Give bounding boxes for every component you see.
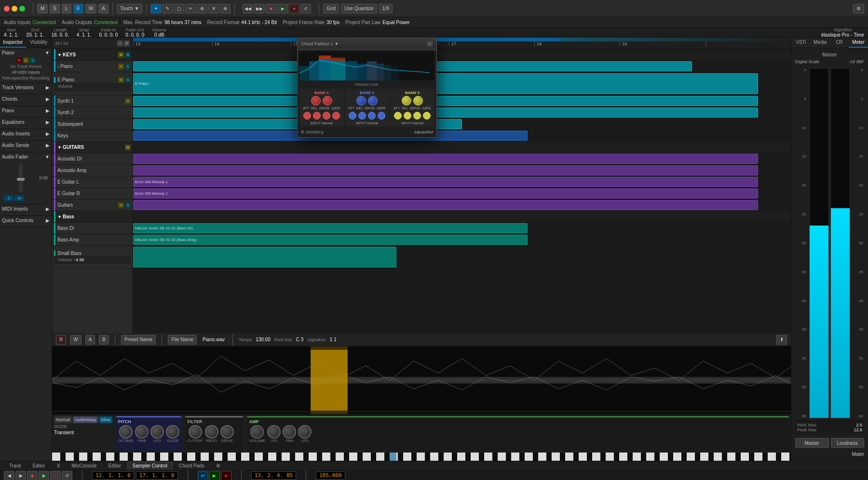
mode-l-button[interactable]: L xyxy=(62,4,71,13)
maximize-button[interactable] xyxy=(19,6,25,12)
lfo-amp-knob[interactable] xyxy=(267,425,281,439)
status-cycle[interactable]: ↺ xyxy=(62,471,72,480)
quantize-btn[interactable]: Use Quantize xyxy=(341,4,377,13)
meter-tab[interactable]: Meter xyxy=(849,38,868,48)
stop-button[interactable]: ■ xyxy=(266,4,276,13)
band2-knob1[interactable] xyxy=(356,96,366,106)
audio-inserts-header[interactable]: Audio Inserts ▶ xyxy=(2,131,50,136)
piano-sub-header[interactable]: Piano ▶ xyxy=(2,108,50,113)
play-button[interactable]: ▶ xyxy=(277,4,288,13)
sampler-control-tab[interactable]: Sampler Control xyxy=(127,462,173,470)
play2-btn[interactable]: ▶ xyxy=(209,471,220,480)
mode-a-button[interactable]: A xyxy=(98,4,108,13)
track-item-epiano[interactable]: E Piano M S Volume xyxy=(52,72,133,95)
loop-btn[interactable]: ↩ xyxy=(198,471,208,480)
quick-controls-header[interactable]: Quick Controls ▶ xyxy=(2,218,50,223)
piano-mute[interactable]: M xyxy=(118,64,124,69)
mode-w-button[interactable]: W xyxy=(85,4,96,13)
track-item-keys[interactable]: ▼ KEYS M S xyxy=(52,49,133,61)
vsti-tab[interactable]: VSTi xyxy=(791,38,811,48)
length-field[interactable]: Length 16. 0. 0. xyxy=(52,27,69,38)
tool-zoom[interactable]: ⊕ xyxy=(220,4,231,13)
octave-knob[interactable] xyxy=(119,425,133,439)
clip-synth2[interactable] xyxy=(133,107,758,118)
cr-tab[interactable]: CR xyxy=(830,38,849,48)
tool-mute[interactable]: ✕ xyxy=(208,4,219,13)
track-item-synth2[interactable]: Synth 2 xyxy=(52,107,133,119)
squasher-plugin-window[interactable]: Chord Patheur 1 ▼ ✕ xyxy=(297,38,437,138)
sampler-a-btn[interactable]: A xyxy=(85,335,95,345)
clip-eguitar-r[interactable]: Error 364 Melody 1 xyxy=(133,188,758,199)
status-play[interactable]: ▶ xyxy=(39,471,49,480)
band1-drive[interactable] xyxy=(323,112,330,120)
lfo-pan-knob[interactable] xyxy=(298,425,312,439)
close-tab[interactable]: X xyxy=(52,462,66,470)
loudness-btn[interactable]: Loudness xyxy=(831,438,865,448)
lane-bass-amp[interactable]: HALion Sonic SE 01-02 (Bass Amp) xyxy=(133,234,791,246)
track-settings-btn[interactable]: ⚙ xyxy=(124,40,130,46)
end-field[interactable]: End 20. 1. 1. xyxy=(27,27,44,38)
lane-guitars-group[interactable] xyxy=(133,142,791,153)
track-item-eguitar-l[interactable]: E Guitar L xyxy=(52,176,133,188)
plugin-close[interactable]: ✕ xyxy=(427,41,433,47)
fadeout-field[interactable]: Fade-Out 0. 0. 0. 0 xyxy=(125,27,144,38)
band2-rel[interactable] xyxy=(358,112,366,120)
lane-keys[interactable] xyxy=(133,49,791,61)
band2-knob2[interactable] xyxy=(368,96,378,106)
lane-bass-group[interactable] xyxy=(133,211,791,223)
fadein-field[interactable]: Fade-In 0. 0. 0. 0 xyxy=(99,27,118,38)
status-record[interactable]: ● xyxy=(50,471,61,480)
lane-eguitar-r[interactable]: Error 364 Melody 1 xyxy=(133,188,791,200)
equalizers-header[interactable]: Equalizers ▶ xyxy=(2,120,50,125)
track-item-synth1[interactable]: Synth 1 M xyxy=(52,95,133,107)
midi-inserts-header[interactable]: MIDI Inserts ▶ xyxy=(2,206,50,212)
reso-knob[interactable] xyxy=(205,425,218,439)
lane-small-bass[interactable] xyxy=(133,246,791,269)
chords-header[interactable]: Chords ▶ xyxy=(2,96,50,102)
clip-acoustic-di[interactable] xyxy=(133,154,758,164)
pan-knob[interactable] xyxy=(283,425,296,439)
inspector-tab[interactable]: Inspector xyxy=(0,38,26,48)
track-item-acoustic-di[interactable]: Acoustic DI xyxy=(52,153,133,165)
cycle-button[interactable]: ↺ xyxy=(300,4,311,13)
drive-knob[interactable] xyxy=(220,425,234,439)
volume-fader[interactable] xyxy=(19,163,23,192)
send-btn-2[interactable]: M xyxy=(14,195,24,201)
synth1-mute[interactable]: M xyxy=(125,98,131,104)
clip-acoustic-amp[interactable] xyxy=(133,165,758,175)
status-stop[interactable]: ■ xyxy=(27,471,38,480)
lane-synth1[interactable] xyxy=(133,95,791,107)
guitars2-mute[interactable]: M xyxy=(118,202,124,208)
cutoff-knob[interactable] xyxy=(189,425,202,439)
band2-gate[interactable] xyxy=(378,112,385,120)
settings-btn[interactable]: ⚙ xyxy=(853,4,864,13)
piano-solo[interactable]: S xyxy=(125,64,131,69)
lane-epiano[interactable]: E Piano xyxy=(133,72,791,95)
tool-glue[interactable]: ⊕ xyxy=(197,4,207,13)
tool-draw[interactable]: ✎ xyxy=(162,4,173,13)
track-item-piano[interactable]: ♩ Piano M S xyxy=(52,61,133,72)
track-item-eguitar-r[interactable]: E Guitar R xyxy=(52,188,133,200)
piano-section-header[interactable]: Piano ▼ xyxy=(2,50,50,55)
band3-knob2[interactable] xyxy=(413,96,423,106)
lane-acoustic-di[interactable] xyxy=(133,153,791,165)
band3-drive[interactable] xyxy=(413,112,421,120)
snap-field[interactable]: Snap 4. 1. 1. xyxy=(77,27,92,38)
track-item-bass-di[interactable]: Bass Di xyxy=(52,223,133,234)
record-button[interactable]: ● xyxy=(289,4,299,13)
plugin-titlebar[interactable]: Chord Patheur 1 ▼ ✕ xyxy=(298,38,436,50)
status-rewind[interactable]: ◀ xyxy=(4,471,14,480)
minimize-button[interactable] xyxy=(12,6,17,12)
clip-eguitar-l[interactable]: Error 364 Melody 1 xyxy=(133,177,758,187)
settings-tab[interactable]: ⚙ xyxy=(211,462,226,470)
band3-att[interactable] xyxy=(394,112,402,120)
band1-rel[interactable] xyxy=(313,112,321,120)
lane-subsequent[interactable] xyxy=(133,119,791,130)
expand-sampler-btn[interactable]: ⬆ xyxy=(776,335,787,345)
master-bottom-btn[interactable]: Master xyxy=(795,438,829,448)
track-item-bass[interactable]: ▼ Bass xyxy=(52,211,133,223)
band3-knob1[interactable] xyxy=(402,96,411,106)
keys-mute[interactable]: M xyxy=(118,52,124,58)
audio-fader-header[interactable]: Audio Fader ▼ xyxy=(2,154,50,160)
normal-tab[interactable]: Normal xyxy=(54,416,72,423)
